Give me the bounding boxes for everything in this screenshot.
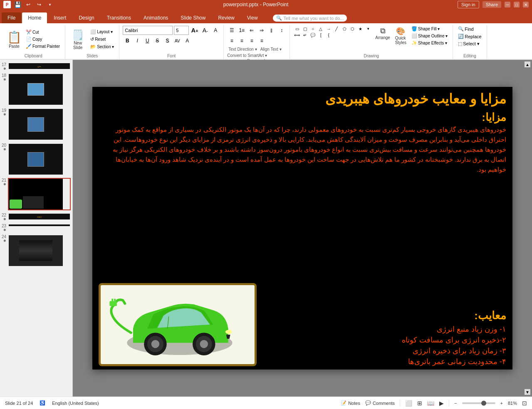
font-size-input[interactable] [174,26,189,35]
arrange-btn[interactable]: ⧉ Arrange [374,26,392,41]
slide-thumb-22[interactable]: 22 ✱ نتیجه [2,213,71,221]
reset-btn[interactable]: ↺ Reset [89,36,116,42]
columns-btn[interactable]: ⫿ [267,26,276,35]
customize-qa-btn[interactable]: ▼ [46,0,54,9]
indent-decrease-btn[interactable]: ⇐ [247,26,256,35]
line-shape[interactable]: ╱ [333,26,340,32]
more-shapes-btn[interactable]: ▼ [364,26,372,32]
layout-btn[interactable]: ⬜ Layout ▾ [89,29,116,35]
spacing-btn[interactable]: AV [173,36,182,45]
shape-outline-btn[interactable]: ⬜ Shape Outline ▾ [410,33,449,39]
line-spacing-btn[interactable]: ↕ [277,26,286,35]
signin-btn[interactable]: Sign in [458,1,479,8]
scroll-down-btn[interactable]: ▼ [525,389,530,395]
thumb-img-19[interactable] [8,108,71,140]
grow-font-btn[interactable]: A+ [190,26,199,35]
rectangle-shape[interactable]: ▭ [293,26,301,32]
thumb-img-24[interactable] [8,234,71,267]
slide-thumb-21[interactable]: 21 ✱ [2,178,71,210]
slide-thumb-19[interactable]: 19 ✱ [2,108,71,140]
zoom-in-btn[interactable]: + [500,401,503,406]
star-shape[interactable]: ★ [356,26,364,32]
slide-thumb-18[interactable]: 18 ✱ [2,73,71,106]
pentagon-shape[interactable]: ⬠ [341,26,348,32]
thumb-img-18[interactable] [8,73,71,106]
text-direction-btn[interactable]: Text Direction ▾ [227,47,258,52]
bent-arrow-shape[interactable]: ↵ [301,32,309,38]
italic-btn[interactable]: I [133,36,142,45]
slide-thumb-20[interactable]: 20 ✱ [2,143,71,175]
zoom-slider[interactable] [462,402,495,404]
cut-btn[interactable]: ✂️ Cut [24,29,62,35]
bold-btn[interactable]: B [123,36,132,45]
replace-btn[interactable]: 🔄 Replace [456,33,483,39]
thumb-img-23[interactable] [8,224,71,227]
arrow-shape[interactable]: → [325,26,332,32]
save-qa-btn[interactable]: 💾 [13,0,22,9]
quick-styles-btn[interactable]: 🎨 QuickStyles [393,26,408,46]
thumb-img-21[interactable] [8,178,71,210]
close-btn[interactable]: ✕ [523,2,529,7]
select-btn[interactable]: ⬚ Select ▾ [456,41,483,47]
normal-view-btn[interactable]: ⬜ [405,400,412,407]
tab-animations[interactable]: Animations [138,12,174,23]
notes-btn[interactable]: 📝 Notes [341,400,360,406]
share-btn[interactable]: Share [483,1,501,8]
find-btn[interactable]: 🔍 Find [456,26,483,32]
search-box[interactable]: 🔍 Tell me what you want to do... [273,15,347,22]
maximize-btn[interactable]: □ [514,2,520,7]
clear-format-btn[interactable]: A [211,26,220,35]
thumb-img-22[interactable]: نتیجه [8,213,71,220]
new-slide-btn[interactable]: 🗒️ NewSlide [69,28,87,51]
reading-view-btn[interactable]: 📖 [427,400,434,407]
section-btn[interactable]: 📂 Section ▾ [89,44,116,50]
tab-transitions[interactable]: Transitions [101,12,137,23]
underline-btn[interactable]: U [143,36,152,45]
thumb-img-20[interactable] [8,143,71,175]
shape-fill-btn[interactable]: 🪣 Shape Fill ▾ [410,26,449,32]
paste-btn[interactable]: 📋 Paste [5,30,23,49]
font-color-btn[interactable]: A [183,36,192,45]
oval-shape[interactable]: ○ [309,26,317,32]
tab-slideshow[interactable]: Slide Show [175,12,211,23]
align-center-btn[interactable]: ≡ [237,36,246,45]
fit-slide-btn[interactable]: ⊡ [522,400,527,407]
align-left-btn[interactable]: ≡ [227,36,236,45]
slide-thumb-17[interactable]: 17 ✱ متن [2,62,71,71]
tab-home[interactable]: Home [22,12,47,23]
tab-insert[interactable]: Insert [48,12,72,23]
shape-effects-btn[interactable]: ✨ Shape Effects ▾ [410,40,449,46]
undo-qa-btn[interactable]: ↩ [24,0,32,9]
hexagon-shape[interactable]: ⬡ [349,26,356,32]
copy-btn[interactable]: 📄 Copy [24,36,62,42]
tab-view[interactable]: View [241,12,264,23]
slide-thumb-24[interactable]: 24 ✱ [2,234,71,267]
slide-thumb-23[interactable]: 23 ✱ [2,224,71,232]
accessibility-icon[interactable]: ♿ [40,400,45,406]
callout-shape[interactable]: 💬 [309,32,317,38]
redo-qa-btn[interactable]: ↪ [35,0,43,9]
convert-smartart-btn[interactable]: Convert to SmartArt ▾ [227,53,286,58]
tab-file[interactable]: File [2,12,21,23]
align-text-btn[interactable]: Align Text ▾ [259,47,283,52]
align-justify-btn[interactable]: ≡ [257,36,266,45]
shadow-btn[interactable]: S [163,36,172,45]
triangle-shape[interactable]: △ [317,26,324,32]
brace-shape[interactable]: { [325,32,332,38]
font-name-input[interactable] [123,26,173,35]
main-slide[interactable]: مزایا و معایب خودروهای هیبریدی مزایا: خو… [92,87,512,370]
strikethrough-btn[interactable]: S [153,36,162,45]
indent-increase-btn[interactable]: ⇒ [257,26,266,35]
bullets-btn[interactable]: ☰ [227,26,236,35]
rounded-rect-shape[interactable]: ▢ [301,26,309,32]
numbering-btn[interactable]: 1≡ [237,26,246,35]
comments-btn[interactable]: 💬 Comments [365,400,395,406]
tab-design[interactable]: Design [73,12,100,23]
shrink-font-btn[interactable]: A- [200,26,210,35]
scroll-up-btn[interactable]: ▲ [525,62,530,67]
thumb-img-17[interactable]: متن [8,62,71,70]
zoom-out-btn[interactable]: − [454,401,457,406]
tab-review[interactable]: Review [212,12,240,23]
format-painter-btn[interactable]: 🖌️ Format Painter [24,43,62,49]
presenter-view-btn[interactable]: ▶ [439,400,444,407]
